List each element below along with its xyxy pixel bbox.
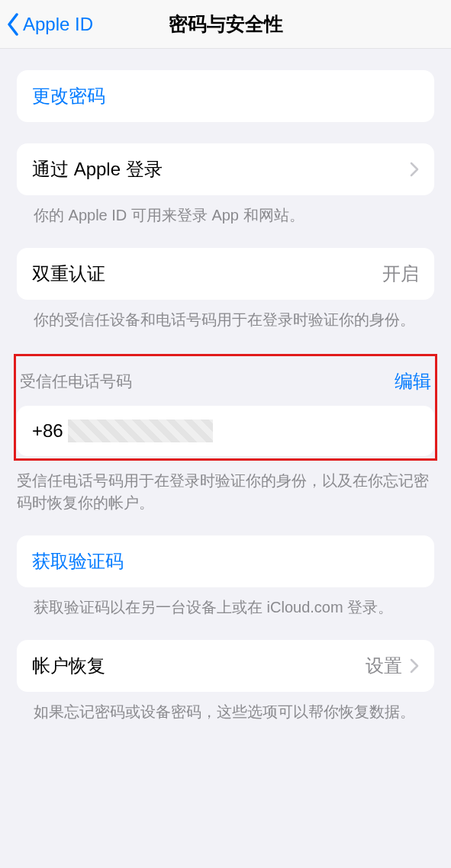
account-recovery-row[interactable]: 帐户恢复 设置 xyxy=(17,640,434,692)
sign-in-with-apple-row[interactable]: 通过 Apple 登录 xyxy=(17,143,434,195)
change-password-row[interactable]: 更改密码 xyxy=(17,70,434,122)
trusted-phone-row[interactable]: +86 xyxy=(17,406,434,456)
chevron-right-icon xyxy=(410,658,419,674)
account-recovery-value: 设置 xyxy=(366,654,402,678)
chevron-right-icon xyxy=(410,162,419,177)
trusted-phone-footer: 受信任电话号码用于在登录时验证你的身份，以及在你忘记密码时恢复你的帐户。 xyxy=(0,461,451,514)
content-area: 更改密码 通过 Apple 登录 你的 Apple ID 可用来登录 App 和… xyxy=(0,70,451,738)
trusted-phone-prefix: +86 xyxy=(32,420,63,442)
account-recovery-label: 帐户恢复 xyxy=(32,654,105,678)
chevron-left-icon xyxy=(6,13,20,36)
get-verification-code-label: 获取验证码 xyxy=(32,549,124,574)
back-button[interactable]: Apple ID xyxy=(0,13,93,36)
trusted-phone-header: 受信任电话号码 xyxy=(20,371,132,392)
change-password-label: 更改密码 xyxy=(32,84,105,108)
navigation-bar: Apple ID 密码与安全性 xyxy=(0,0,451,49)
trusted-phone-edit-button[interactable]: 编辑 xyxy=(395,369,431,394)
get-verification-code-footer: 获取验证码以在另一台设备上或在 iCloud.com 登录。 xyxy=(17,587,434,619)
sign-in-with-apple-label: 通过 Apple 登录 xyxy=(32,157,163,182)
get-verification-code-row[interactable]: 获取验证码 xyxy=(17,535,434,587)
sign-in-with-apple-footer: 你的 Apple ID 可用来登录 App 和网站。 xyxy=(17,195,434,227)
two-factor-value: 开启 xyxy=(382,262,419,286)
two-factor-row[interactable]: 双重认证 开启 xyxy=(17,248,434,300)
trusted-phone-section: 受信任电话号码 编辑 +86 xyxy=(17,358,434,456)
trusted-phone-redacted xyxy=(68,420,213,442)
two-factor-label: 双重认证 xyxy=(32,262,105,286)
account-recovery-footer: 如果忘记密码或设备密码，这些选项可以帮你恢复数据。 xyxy=(17,692,434,723)
two-factor-footer: 你的受信任设备和电话号码用于在登录时验证你的身份。 xyxy=(17,300,434,331)
back-label: Apple ID xyxy=(23,14,93,35)
